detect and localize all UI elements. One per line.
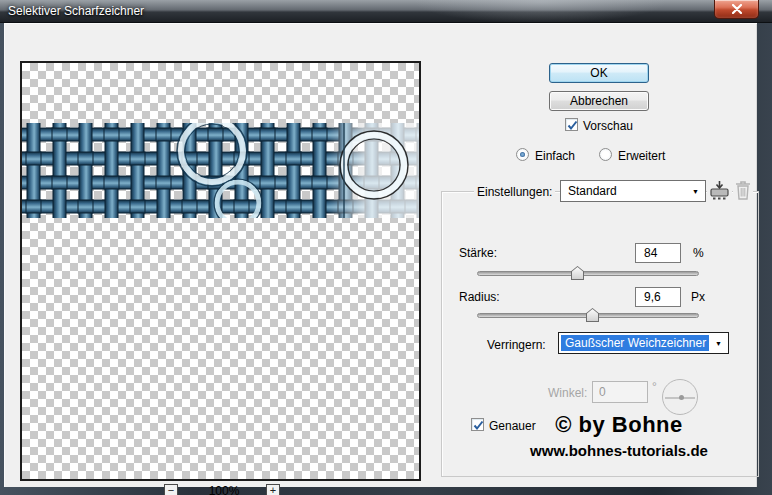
basic-radio[interactable] (516, 148, 529, 161)
advanced-radio-label: Erweitert (618, 149, 665, 163)
plus-icon: + (270, 484, 276, 495)
close-button[interactable] (714, 0, 759, 19)
remove-label: Verringern: (487, 338, 546, 352)
close-icon (732, 4, 742, 14)
settings-dropdown-value: Standard (568, 184, 617, 198)
amount-label: Stärke: (459, 246, 497, 260)
delete-preset-button[interactable] (733, 180, 753, 203)
preview-image (22, 123, 419, 218)
minus-icon: − (168, 484, 174, 495)
angle-dial-center-icon (679, 395, 684, 400)
radius-input[interactable] (635, 287, 681, 307)
settings-dropdown[interactable]: Standard ▼ (560, 180, 706, 202)
title-bar[interactable]: Selektiver Scharfzeichner (0, 0, 772, 23)
watermark-url: www.bohnes-tutorials.de (474, 442, 764, 459)
cancel-button[interactable]: Abbrechen (549, 91, 649, 111)
basic-radio-label: Einfach (535, 149, 575, 163)
radio-dot-icon (520, 152, 525, 157)
trash-icon (735, 180, 751, 200)
angle-dial (662, 379, 698, 415)
remove-dropdown[interactable]: Gaußscher Weichzeichner ▼ (558, 332, 729, 354)
window-title: Selektiver Scharfzeichner (8, 4, 144, 18)
preview-checkbox-label: Vorschau (583, 119, 633, 133)
save-preset-icon (709, 180, 730, 201)
zoom-level: 100% (196, 484, 252, 495)
zoom-in-button[interactable]: + (266, 484, 280, 495)
chevron-down-icon: ▼ (692, 188, 699, 195)
angle-unit: ° (652, 380, 657, 394)
settings-label: Einstellungen: (474, 185, 555, 199)
check-icon (566, 119, 579, 132)
watermark-copyright: © by Bohne (474, 412, 764, 438)
advanced-radio[interactable] (599, 148, 612, 161)
amount-slider-track[interactable] (477, 271, 699, 276)
angle-input (592, 381, 648, 403)
radius-unit: Px (691, 290, 705, 304)
ok-button[interactable]: OK (549, 63, 649, 83)
preview-checkbox[interactable] (565, 118, 578, 131)
angle-label: Winkel: (548, 386, 587, 400)
amount-input[interactable] (635, 243, 681, 263)
radius-label: Radius: (459, 290, 500, 304)
save-preset-button[interactable] (707, 180, 732, 204)
dialog-body: − 100% + OK Abbrechen Vorschau Einfach E… (4, 23, 757, 487)
zoom-out-button[interactable]: − (164, 484, 178, 495)
remove-dropdown-value: Gaußscher Weichzeichner (561, 335, 709, 351)
preview-pane[interactable] (20, 61, 421, 481)
amount-unit: % (693, 246, 704, 260)
chevron-down-icon: ▼ (715, 340, 722, 347)
